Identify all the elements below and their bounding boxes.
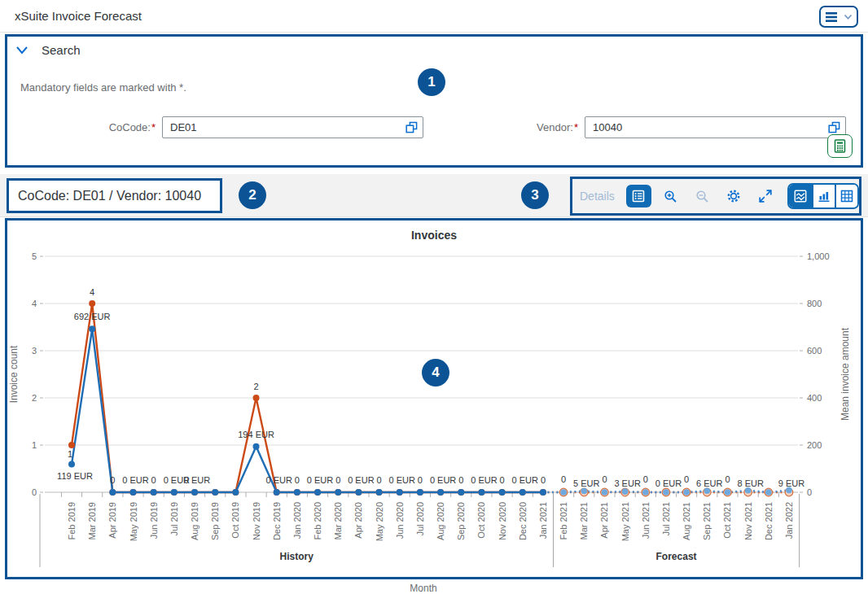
vendor-input[interactable] (585, 116, 846, 138)
svg-text:5 EUR: 5 EUR (573, 478, 599, 488)
svg-text:0 EUR: 0 EUR (389, 475, 415, 485)
gear-icon (726, 189, 741, 203)
chart-type-line-button[interactable] (789, 185, 812, 207)
settings-button[interactable] (721, 185, 747, 207)
svg-text:0: 0 (602, 474, 607, 484)
details-button[interactable]: Details (580, 190, 615, 203)
calculate-forecast-button[interactable] (827, 134, 853, 158)
svg-text:May 2020: May 2020 (375, 502, 384, 541)
x-axis-title: Month (0, 583, 847, 594)
svg-text:3 EUR: 3 EUR (614, 478, 640, 488)
svg-text:9 EUR: 9 EUR (778, 478, 804, 488)
search-panel: Search Mandatory fields are marked with … (5, 34, 863, 168)
svg-text:May 2021: May 2021 (620, 502, 630, 541)
svg-text:Aug 2021: Aug 2021 (682, 502, 691, 540)
svg-text:0: 0 (151, 475, 156, 485)
svg-text:0: 0 (110, 475, 115, 485)
svg-text:Mean invoice amount: Mean invoice amount (840, 327, 851, 421)
result-toolbar: CoCode: DE01 / Vendor: 10040 Details (0, 174, 868, 217)
svg-text:Nov 2021: Nov 2021 (743, 502, 753, 540)
svg-text:0: 0 (807, 487, 812, 497)
svg-text:Mar 2020: Mar 2020 (333, 502, 343, 539)
svg-text:4: 4 (90, 287, 94, 297)
line-chart-icon (794, 190, 807, 203)
vendor-field-wrap (585, 116, 846, 138)
svg-text:0 EUR: 0 EUR (655, 478, 682, 488)
svg-text:Feb 2021: Feb 2021 (559, 502, 568, 539)
fullscreen-button[interactable] (753, 185, 778, 207)
svg-text:Jul 2019: Jul 2019 (169, 502, 179, 536)
zoom-out-button[interactable] (690, 185, 715, 207)
chart-type-bar-button[interactable] (812, 185, 835, 207)
bar-chart-icon (818, 190, 831, 203)
svg-text:Apr 2020: Apr 2020 (353, 502, 363, 539)
invoice-forecast-chart[interactable]: 00120024003600480051,000Feb 2019Mar 2019… (7, 221, 856, 577)
svg-text:119 EUR: 119 EUR (57, 471, 93, 481)
expand-icon (759, 190, 772, 203)
collapse-chevron-icon[interactable] (15, 46, 28, 55)
cocode-label: CoCode:* (40, 116, 156, 138)
svg-text:0 EUR: 0 EUR (122, 475, 148, 485)
svg-text:3: 3 (32, 346, 37, 356)
zoom-in-button[interactable] (659, 185, 684, 207)
svg-text:Sep 2021: Sep 2021 (702, 502, 712, 540)
svg-text:Jan 2020: Jan 2020 (292, 502, 302, 539)
svg-text:Nov 2020: Nov 2020 (498, 502, 507, 540)
svg-text:Jan 2022: Jan 2022 (784, 502, 794, 539)
svg-text:400: 400 (807, 393, 822, 403)
svg-text:Mar 2021: Mar 2021 (579, 502, 589, 539)
svg-text:0: 0 (500, 475, 505, 485)
chart-type-switch (787, 183, 859, 209)
chevron-down-icon (844, 14, 853, 20)
svg-text:History: History (280, 551, 314, 562)
cocode-input[interactable] (162, 116, 423, 138)
page-title: xSuite Invoice Forecast (15, 0, 142, 32)
legend-toggle-button[interactable] (626, 185, 651, 207)
svg-text:Jun 2021: Jun 2021 (641, 502, 651, 539)
svg-text:May 2019: May 2019 (129, 502, 138, 541)
svg-text:Jul 2020: Jul 2020 (415, 502, 425, 536)
annotation-circle-2: 2 (239, 181, 266, 209)
context-label: CoCode: DE01 / Vendor: 10040 (9, 189, 201, 203)
value-help-icon[interactable] (828, 121, 840, 133)
context-box: CoCode: DE01 / Vendor: 10040 (7, 178, 222, 213)
chart-type-table-button[interactable] (835, 185, 857, 207)
svg-text:Aug 2019: Aug 2019 (190, 502, 199, 540)
svg-text:Jun 2019: Jun 2019 (149, 502, 159, 539)
svg-text:200: 200 (807, 440, 822, 450)
svg-text:0: 0 (377, 475, 382, 485)
svg-text:8 EUR: 8 EUR (737, 478, 763, 488)
svg-text:2: 2 (32, 393, 37, 403)
svg-text:800: 800 (807, 299, 822, 308)
search-panel-title: Search (42, 43, 81, 57)
invoice-chart-panel: Invoices 00120024003600480051,000Feb 201… (5, 218, 863, 579)
chart-toolbar: Details (570, 177, 861, 216)
zoom-in-icon (664, 190, 677, 203)
menu-button[interactable] (819, 6, 858, 28)
svg-text:0 EUR: 0 EUR (266, 475, 292, 485)
svg-text:0 EUR: 0 EUR (471, 475, 497, 485)
svg-text:5: 5 (32, 251, 37, 261)
svg-text:Oct 2019: Oct 2019 (230, 502, 240, 539)
svg-text:0: 0 (295, 475, 300, 485)
svg-text:0: 0 (725, 474, 730, 484)
svg-text:0: 0 (32, 487, 37, 497)
svg-text:Feb 2020: Feb 2020 (313, 502, 322, 539)
svg-text:0: 0 (418, 475, 423, 485)
value-help-icon[interactable] (406, 121, 418, 133)
svg-text:Jul 2021: Jul 2021 (661, 502, 671, 536)
svg-text:0 EUR: 0 EUR (307, 475, 333, 485)
svg-text:Forecast: Forecast (656, 551, 697, 562)
zoom-out-icon (695, 190, 709, 203)
svg-text:0: 0 (684, 474, 689, 484)
svg-text:Invoice count: Invoice count (8, 345, 20, 403)
svg-text:0 EUR: 0 EUR (348, 475, 374, 485)
svg-text:Apr 2019: Apr 2019 (107, 502, 117, 539)
svg-text:600: 600 (807, 346, 822, 356)
annotation-circle-1: 1 (418, 68, 445, 96)
svg-text:Dec 2020: Dec 2020 (518, 502, 528, 540)
svg-text:1: 1 (32, 440, 37, 450)
svg-text:Sep 2019: Sep 2019 (210, 502, 220, 540)
annotation-circle-3: 3 (521, 181, 549, 209)
svg-text:2: 2 (253, 382, 258, 391)
